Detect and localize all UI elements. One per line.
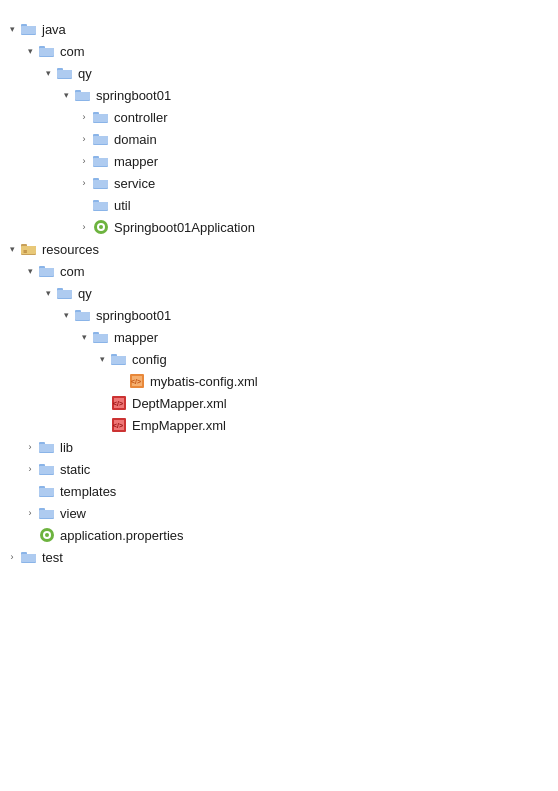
chevron-config[interactable] [94,351,110,367]
chevron-service[interactable] [76,175,92,191]
icon-folder [92,174,110,192]
tree-item-springbootapp[interactable]: Springboot01Application [0,216,558,238]
label-com1: com [60,44,85,59]
icon-folder [38,460,56,478]
label-deptmapper: DeptMapper.xml [132,396,227,411]
label-view: view [60,506,86,521]
tree-item-empmapper[interactable]: </> EmpMapper.xml [0,414,558,436]
tree-item-mapper1[interactable]: mapper [0,150,558,172]
label-mybatis: mybatis-config.xml [150,374,258,389]
tree-item-springboot01_1[interactable]: springboot01 [0,84,558,106]
icon-xml-red: </> [110,394,128,412]
icon-folder [20,548,38,566]
icon-folder [56,64,74,82]
chevron-view[interactable] [22,505,38,521]
label-springboot01_1: springboot01 [96,88,171,103]
svg-rect-42 [75,312,90,320]
tree-item-service[interactable]: service [0,172,558,194]
file-tree: java com qy springboot01 controller doma… [0,10,558,576]
chevron-com2[interactable] [22,263,38,279]
icon-xml-orange: </> [128,372,146,390]
icon-folder [38,504,56,522]
svg-rect-5 [39,48,54,56]
tree-item-appprops[interactable]: application.properties [0,524,558,546]
svg-rect-14 [93,114,108,122]
label-static: static [60,462,90,477]
label-templates: templates [60,484,116,499]
tree-item-config[interactable]: config [0,348,558,370]
tree-item-controller[interactable]: controller [0,106,558,128]
svg-text:</>: </> [131,378,141,385]
tree-item-com1[interactable]: com [0,40,558,62]
chevron-mapper2[interactable] [76,329,92,345]
label-resources: resources [42,242,99,257]
svg-rect-23 [93,180,108,188]
icon-folder [38,482,56,500]
chevron-qy1[interactable] [40,65,56,81]
icon-folder [92,196,110,214]
tree-item-mapper2[interactable]: mapper [0,326,558,348]
icon-folder [38,262,56,280]
label-springboot01_2: springboot01 [96,308,171,323]
svg-rect-2 [21,26,36,34]
icon-props [38,526,56,544]
tree-item-qy1[interactable]: qy [0,62,558,84]
label-mapper1: mapper [114,154,158,169]
tree-item-springboot01_2[interactable]: springboot01 [0,304,558,326]
icon-xml-red: </> [110,416,128,434]
tree-item-java[interactable]: java [0,18,558,40]
tree-item-lib[interactable]: lib [0,436,558,458]
icon-folder-res: ≡ [20,240,38,258]
svg-rect-26 [93,202,108,210]
chevron-java[interactable] [4,21,20,37]
svg-point-29 [99,225,103,229]
label-appprops: application.properties [60,528,184,543]
chevron-springboot01_1[interactable] [58,87,74,103]
chevron-com1[interactable] [22,43,38,59]
chevron-resources[interactable] [4,241,20,257]
chevron-springboot01_2[interactable] [58,307,74,323]
tree-item-domain[interactable]: domain [0,128,558,150]
chevron-controller[interactable] [76,109,92,125]
icon-folder [38,42,56,60]
icon-folder [92,328,110,346]
icon-folder [74,86,92,104]
svg-rect-60 [39,444,54,452]
svg-rect-48 [111,356,126,364]
label-com2: com [60,264,85,279]
svg-point-72 [45,533,49,537]
icon-folder [56,284,74,302]
chevron-springbootapp[interactable] [76,219,92,235]
tree-item-com2[interactable]: com [0,260,558,282]
tree-item-util[interactable]: util [0,194,558,216]
chevron-test[interactable] [4,549,20,565]
tree-item-deptmapper[interactable]: </> DeptMapper.xml [0,392,558,414]
svg-text:≡: ≡ [23,248,27,255]
icon-folder [20,20,38,38]
chevron-static[interactable] [22,461,38,477]
chevron-domain[interactable] [76,131,92,147]
label-domain: domain [114,132,157,147]
icon-folder [74,306,92,324]
tree-item-static[interactable]: static [0,458,558,480]
svg-rect-8 [57,70,72,78]
label-test: test [42,550,63,565]
icon-folder [110,350,128,368]
tree-item-mybatis[interactable]: </> mybatis-config.xml [0,370,558,392]
tree-item-test[interactable]: test [0,546,558,568]
svg-rect-20 [93,158,108,166]
svg-rect-36 [39,268,54,276]
tree-item-templates[interactable]: templates [0,480,558,502]
label-service: service [114,176,155,191]
chevron-lib[interactable] [22,439,38,455]
svg-rect-45 [93,334,108,342]
tree-item-qy2[interactable]: qy [0,282,558,304]
chevron-qy2[interactable] [40,285,56,301]
label-qy1: qy [78,66,92,81]
tree-item-resources[interactable]: ≡ resources [0,238,558,260]
label-empmapper: EmpMapper.xml [132,418,226,433]
tree-item-view[interactable]: view [0,502,558,524]
svg-rect-11 [75,92,90,100]
chevron-mapper1[interactable] [76,153,92,169]
svg-rect-63 [39,466,54,474]
